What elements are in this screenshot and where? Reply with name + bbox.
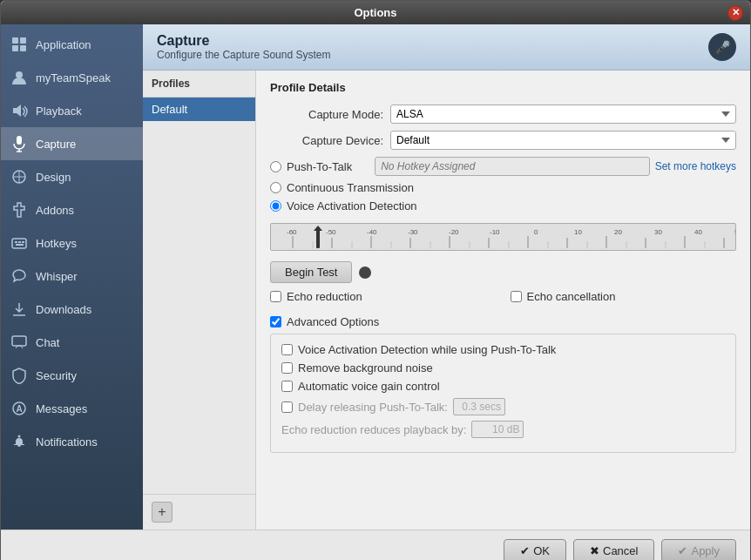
remove-background-label[interactable]: Remove background noise	[298, 361, 433, 374]
footer: ✔ OK ✖ Cancel ✔ Apply	[1, 530, 750, 560]
echo-playback-row: Echo reduction reduces playback by:	[281, 421, 725, 438]
voice-activation-radio[interactable]	[270, 200, 281, 212]
auto-gain-checkbox[interactable]	[281, 381, 293, 392]
delay-release-checkbox[interactable]	[281, 401, 293, 413]
svg-rect-5	[17, 136, 22, 145]
capture-header: Capture Configure the Capture Sound Syst…	[143, 24, 750, 71]
cancel-icon: ✖	[590, 544, 599, 557]
sidebar-item-downloads[interactable]: Downloads	[1, 293, 143, 326]
capture-device-select[interactable]: Default	[390, 131, 736, 150]
sidebar-label-chat: Chat	[36, 336, 59, 349]
window-title: Options	[354, 6, 396, 19]
svg-rect-3	[20, 45, 26, 51]
content-area: Application myTeamSpeak Playback	[1, 24, 750, 530]
sidebar-item-playback[interactable]: Playback	[1, 94, 143, 127]
profiles-label: Profiles	[143, 71, 255, 98]
sidebar-item-myteamspeak[interactable]: myTeamSpeak	[1, 61, 143, 94]
svg-text:-60: -60	[287, 228, 297, 236]
capture-mic-header-icon: 🎤	[708, 33, 736, 61]
echo-options-row: Echo reduction Echo cancellation	[270, 290, 736, 308]
chat-icon	[10, 333, 29, 352]
sidebar-item-design[interactable]: Design	[1, 160, 143, 193]
echo-cancellation-row: Echo cancellation	[511, 290, 737, 303]
ok-icon: ✔	[520, 544, 530, 557]
voice-activation-label[interactable]: Voice Activation Detection	[287, 199, 417, 213]
notifications-icon	[10, 432, 29, 451]
echo-cancellation-checkbox[interactable]	[511, 291, 522, 302]
auto-gain-label[interactable]: Automatic voice gain control	[298, 380, 440, 393]
sidebar-item-whisper[interactable]: Whisper	[1, 260, 143, 293]
svg-text:-50: -50	[326, 228, 336, 236]
apply-label: Apply	[691, 544, 720, 557]
sidebar-item-security[interactable]: Security	[1, 359, 143, 392]
auto-gain-row: Automatic voice gain control	[281, 380, 725, 393]
capture-device-label: Capture Device:	[270, 134, 383, 147]
push-to-talk-label[interactable]: Push-To-Talk	[287, 160, 352, 173]
capture-mode-label: Capture Mode:	[270, 108, 383, 121]
sidebar: Application myTeamSpeak Playback	[1, 24, 143, 530]
echo-playback-label: Echo reduction reduces playback by:	[281, 423, 466, 436]
svg-rect-13	[16, 244, 24, 246]
advanced-options-section: Voice Activation Detection while using P…	[270, 334, 736, 453]
sidebar-item-hotkeys[interactable]: Hotkeys	[1, 226, 143, 260]
sidebar-label-hotkeys: Hotkeys	[36, 237, 77, 250]
profile-item-default[interactable]: Default	[143, 98, 255, 121]
echo-playback-input	[471, 421, 524, 438]
voice-slider-container: -60 -50 -40 -30 -20 -10 0 10 20 30 40	[270, 219, 736, 254]
profiles-panel: Profiles Default +	[143, 71, 256, 530]
advanced-options-label[interactable]: Advanced Options	[287, 315, 379, 328]
svg-rect-1	[20, 37, 26, 44]
svg-rect-2	[12, 45, 18, 51]
capture-mode-row: Capture Mode: ALSA PulseAudio OSS	[270, 105, 736, 124]
continuous-transmission-label[interactable]: Continuous Transmission	[287, 181, 414, 194]
delay-release-label[interactable]: Delay releasing Push-To-Talk:	[298, 401, 448, 414]
continuous-transmission-row: Continuous Transmission	[270, 181, 736, 194]
advanced-options-checkbox[interactable]	[270, 316, 281, 327]
voice-activation-row: Voice Activation Detection	[270, 199, 736, 213]
capture-mode-select[interactable]: ALSA PulseAudio OSS	[390, 105, 736, 124]
vad-ptt-label[interactable]: Voice Activation Detection while using P…	[298, 343, 556, 356]
messages-icon: A	[10, 399, 29, 418]
svg-point-4	[16, 71, 23, 78]
sidebar-item-application[interactable]: Application	[1, 28, 143, 61]
close-button[interactable]: ✕	[727, 5, 743, 21]
sidebar-item-capture[interactable]: Capture	[1, 127, 143, 160]
vad-ptt-checkbox[interactable]	[281, 344, 293, 355]
echo-cancellation-label[interactable]: Echo cancellation	[527, 290, 616, 303]
cancel-button[interactable]: ✖ Cancel	[573, 539, 654, 560]
sidebar-label-notifications: Notifications	[36, 435, 98, 449]
svg-text:40: 40	[694, 228, 702, 236]
echo-reduction-label[interactable]: Echo reduction	[287, 290, 362, 303]
svg-text:-10: -10	[490, 228, 500, 236]
svg-rect-12	[22, 241, 24, 243]
ok-label: OK	[533, 544, 550, 557]
profile-details-title: Profile Details	[270, 81, 736, 94]
continuous-transmission-radio[interactable]	[270, 182, 281, 193]
push-to-talk-row: Push-To-Talk Set more hotkeys	[270, 157, 736, 176]
echo-reduction-checkbox[interactable]	[270, 291, 281, 302]
push-to-talk-radio[interactable]	[270, 161, 281, 172]
app-icon	[10, 35, 29, 54]
sidebar-label-playback: Playback	[36, 105, 82, 118]
sidebar-label-application: Application	[36, 38, 91, 51]
sidebar-label-capture: Capture	[36, 138, 76, 151]
sidebar-item-chat[interactable]: Chat	[1, 326, 143, 359]
svg-rect-0	[12, 37, 18, 44]
sidebar-item-addons[interactable]: Addons	[1, 193, 143, 226]
add-profile-button[interactable]: +	[152, 502, 173, 523]
sidebar-label-messages: Messages	[36, 402, 87, 415]
ok-button[interactable]: ✔ OK	[504, 539, 566, 560]
begin-test-button[interactable]: Begin Test	[270, 261, 352, 283]
set-more-hotkeys-link[interactable]: Set more hotkeys	[655, 160, 736, 172]
ruler-svg: -60 -50 -40 -30 -20 -10 0 10 20 30 40	[271, 224, 735, 251]
remove-background-checkbox[interactable]	[281, 362, 293, 374]
sidebar-item-messages[interactable]: A Messages	[1, 392, 143, 425]
echo-reduction-row: Echo reduction	[270, 290, 497, 303]
hotkey-input[interactable]	[375, 157, 649, 176]
sidebar-item-notifications[interactable]: Notifications	[1, 425, 143, 458]
settings-panel: Profile Details Capture Mode: ALSA Pulse…	[256, 71, 750, 530]
voice-slider-wrapper[interactable]: -60 -50 -40 -30 -20 -10 0 10 20 30 40	[270, 223, 736, 251]
delay-spinbox	[453, 398, 505, 415]
apply-button[interactable]: ✔ Apply	[661, 539, 736, 560]
speaker-icon	[10, 101, 29, 120]
